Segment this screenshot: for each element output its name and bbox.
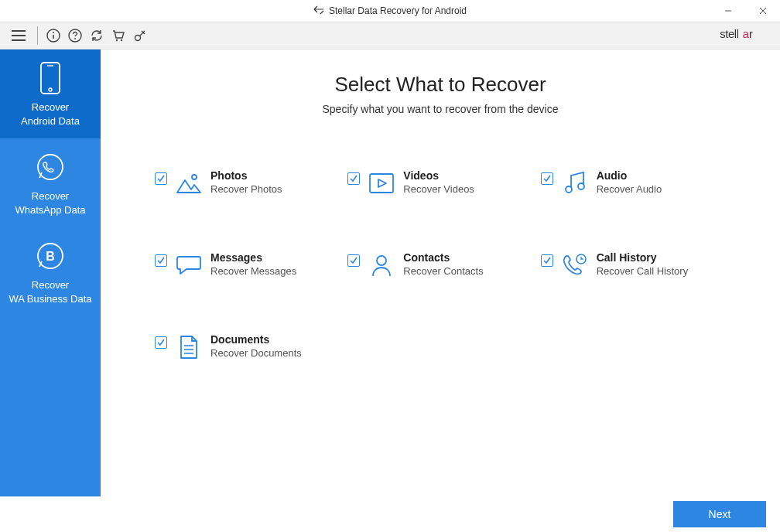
footer: Next	[0, 496, 780, 532]
svg-point-11	[116, 39, 118, 41]
option-audio[interactable]: Audio Recover Audio	[541, 169, 726, 197]
svg-point-25	[566, 186, 572, 193]
option-title: Contacts	[403, 251, 483, 264]
svg-text:stell: stell	[720, 27, 738, 39]
sidebar-item-label: Recover Android Data	[3, 101, 98, 128]
toolbar-separator	[37, 26, 38, 45]
checkbox[interactable]	[155, 254, 167, 267]
checkbox[interactable]	[155, 172, 167, 185]
main-area: Recover Android Data Recover WhatsApp Da…	[0, 49, 780, 496]
whatsapp-icon	[3, 149, 98, 185]
option-subtitle: Recover Messages	[210, 265, 296, 277]
svg-point-27	[377, 256, 386, 265]
sidebar-item-label: Recover WA Business Data	[3, 278, 98, 305]
svg-point-13	[135, 36, 141, 41]
window-title: Stellar Data Recovery for Android	[329, 5, 467, 16]
window-controls	[710, 0, 780, 22]
phone-icon	[3, 60, 98, 96]
option-subtitle: Recover Audio	[597, 183, 662, 195]
videos-icon	[368, 169, 395, 197]
option-title: Videos	[403, 169, 474, 182]
option-title: Messages	[210, 251, 296, 264]
title-bar: Stellar Data Recovery for Android	[0, 0, 780, 22]
cart-icon[interactable]	[109, 26, 128, 45]
brand-logo: stellar	[715, 27, 769, 45]
option-subtitle: Recover Videos	[403, 183, 474, 195]
option-messages[interactable]: Messages Recover Messages	[155, 251, 340, 279]
option-title: Photos	[210, 169, 282, 182]
refresh-icon[interactable]	[87, 26, 106, 45]
page-subheading: Specify what you want to recover from th…	[132, 103, 749, 115]
svg-rect-17	[41, 63, 60, 94]
photos-icon	[175, 169, 203, 197]
messages-icon	[175, 251, 203, 279]
sidebar-item-wa-business-data[interactable]: B Recover WA Business Data	[0, 227, 101, 316]
options-grid: Photos Recover Photos Videos Recover Vid…	[132, 169, 749, 361]
svg-point-7	[53, 32, 54, 33]
svg-point-10	[74, 38, 76, 39]
sidebar-item-android-data[interactable]: Recover Android Data	[0, 49, 101, 138]
option-title: Audio	[597, 169, 662, 182]
audio-icon	[561, 169, 589, 197]
checkbox[interactable]	[541, 254, 553, 267]
svg-point-12	[121, 39, 122, 41]
contacts-icon	[368, 251, 395, 279]
menu-icon[interactable]	[9, 26, 28, 45]
close-button[interactable]	[745, 0, 780, 22]
svg-text:r: r	[749, 27, 753, 39]
documents-icon	[175, 333, 203, 361]
option-videos[interactable]: Videos Recover Videos	[347, 169, 532, 197]
option-subtitle: Recover Contacts	[403, 265, 483, 277]
option-subtitle: Recover Call History	[597, 265, 688, 277]
svg-point-26	[578, 183, 584, 189]
info-icon[interactable]	[44, 26, 63, 45]
minimize-button[interactable]	[710, 0, 745, 22]
page-heading: Select What to Recover	[132, 73, 749, 97]
back-arrow-icon	[313, 5, 324, 17]
sidebar: Recover Android Data Recover WhatsApp Da…	[0, 49, 101, 496]
key-icon[interactable]	[131, 26, 149, 45]
checkbox[interactable]	[541, 172, 553, 185]
svg-text:B: B	[46, 250, 55, 263]
option-subtitle: Recover Documents	[210, 347, 302, 359]
option-documents[interactable]: Documents Recover Documents	[155, 333, 340, 361]
sidebar-item-whatsapp-data[interactable]: Recover WhatsApp Data	[0, 138, 101, 227]
wa-business-icon: B	[3, 238, 98, 274]
content-area: Select What to Recover Specify what you …	[101, 49, 780, 496]
checkbox[interactable]	[347, 254, 360, 267]
option-title: Documents	[210, 333, 302, 346]
option-subtitle: Recover Photos	[210, 183, 282, 195]
sidebar-item-label: Recover WhatsApp Data	[3, 189, 98, 217]
checkbox[interactable]	[155, 336, 167, 349]
help-icon[interactable]	[66, 26, 84, 45]
toolbar: stellar	[0, 22, 780, 49]
option-contacts[interactable]: Contacts Recover Contacts	[347, 251, 532, 279]
call-history-icon	[561, 251, 589, 279]
svg-point-20	[38, 155, 63, 179]
option-call-history[interactable]: Call History Recover Call History	[541, 251, 726, 279]
option-title: Call History	[597, 251, 688, 264]
checkbox[interactable]	[347, 172, 360, 185]
svg-point-23	[192, 175, 197, 179]
next-button[interactable]: Next	[673, 501, 766, 527]
svg-point-19	[49, 88, 52, 91]
svg-rect-24	[370, 174, 393, 193]
option-photos[interactable]: Photos Recover Photos	[155, 169, 340, 197]
